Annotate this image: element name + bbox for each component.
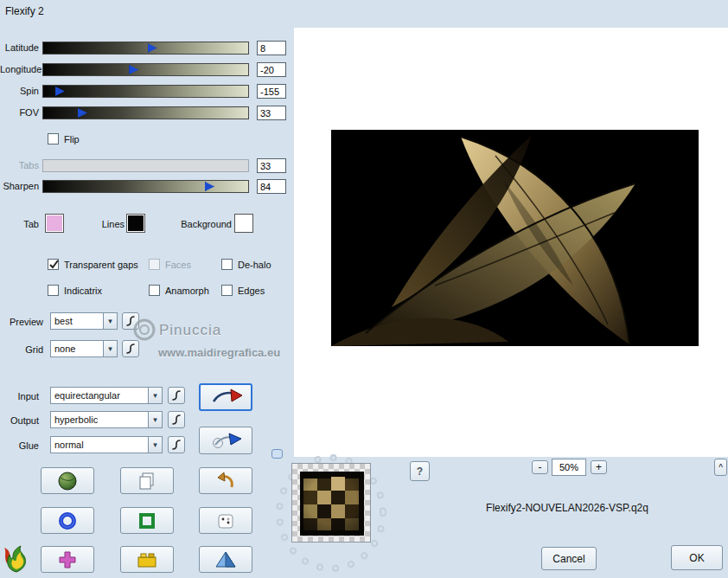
flip-checkbox[interactable]: Flip xyxy=(48,133,80,144)
tabs-slider xyxy=(42,159,249,172)
green-square-icon xyxy=(137,511,157,531)
background-color-label: Background xyxy=(171,218,232,231)
fov-value-input[interactable] xyxy=(257,106,286,120)
dice-button[interactable] xyxy=(199,507,252,534)
squiggle-icon xyxy=(125,343,137,355)
squiggle-icon xyxy=(125,315,137,327)
chevron-down-icon[interactable]: ▾ xyxy=(148,412,162,427)
latitude-label: Latitude xyxy=(0,42,39,53)
copy-icon xyxy=(137,471,157,491)
fov-slider[interactable] xyxy=(42,106,249,119)
edges-checkbox[interactable]: Edges xyxy=(221,285,265,296)
collapse-button[interactable]: ^ xyxy=(714,459,727,476)
zoom-in-button[interactable]: + xyxy=(591,460,607,474)
square-button[interactable] xyxy=(120,507,174,534)
output-select[interactable]: hyperbolic ▾ xyxy=(50,411,163,428)
filename-label: Flexify2-NOUVELAN2026-VSP.q2q xyxy=(432,502,702,514)
indicatrix-label: Indicatrix xyxy=(64,286,102,296)
globe-icon xyxy=(56,471,79,491)
sharpen-label: Sharpen xyxy=(0,181,39,191)
help-button[interactable]: ? xyxy=(410,461,430,481)
preview-select[interactable]: best ▾ xyxy=(50,312,118,330)
lego-brick-icon xyxy=(136,549,158,570)
copy-button[interactable] xyxy=(120,467,174,494)
spin-value-input[interactable] xyxy=(257,84,286,99)
flame-logo-icon xyxy=(2,544,31,575)
spin-slider-marker[interactable] xyxy=(55,87,65,96)
input-label: Input xyxy=(0,390,39,403)
plus-button[interactable] xyxy=(41,546,94,573)
zoom-level-input[interactable] xyxy=(552,459,586,476)
tab-color-label: Tab xyxy=(0,218,39,231)
faces-label: Faces xyxy=(165,260,191,270)
ring-button[interactable] xyxy=(41,507,94,534)
cancel-button[interactable]: Cancel xyxy=(541,547,597,570)
squiggle-icon xyxy=(170,414,182,426)
glue-random-button[interactable] xyxy=(168,436,185,453)
fov-slider-marker[interactable] xyxy=(78,108,87,118)
pink-cross-icon xyxy=(57,549,78,570)
indicatrix-checkbox[interactable]: Indicatrix xyxy=(48,285,102,296)
output-label: Output xyxy=(0,414,39,427)
pyramid-icon xyxy=(214,549,237,570)
flip-label: Flip xyxy=(64,134,80,144)
flexify-dialog: { "title": "Flexify 2", "ui": { "dropdow… xyxy=(0,0,728,578)
chevron-down-icon[interactable]: ▾ xyxy=(103,313,117,329)
lego-button[interactable] xyxy=(120,546,174,573)
grid-select[interactable]: none ▾ xyxy=(50,340,118,357)
longitude-label: Longitude xyxy=(0,64,39,74)
sharpen-slider[interactable] xyxy=(42,180,249,193)
chevron-down-icon[interactable]: ▾ xyxy=(148,437,162,453)
sharpen-slider-marker[interactable] xyxy=(205,182,214,191)
edges-label: Edges xyxy=(238,286,265,296)
undo-button[interactable] xyxy=(199,467,252,494)
globe-button[interactable] xyxy=(41,467,94,494)
input-random-button[interactable] xyxy=(168,387,185,404)
longitude-slider[interactable] xyxy=(42,63,249,76)
sharpen-value-input[interactable] xyxy=(257,179,286,194)
apply-button[interactable] xyxy=(199,383,252,411)
preview-image xyxy=(331,130,699,346)
undo-arrow-icon xyxy=(214,471,237,491)
latitude-value-input[interactable] xyxy=(257,41,286,55)
apply-alt-button[interactable] xyxy=(199,427,252,454)
tabs-value-input[interactable] xyxy=(257,158,286,173)
spin-slider[interactable] xyxy=(42,85,249,98)
dialog-title: Flexify 2 xyxy=(5,5,44,17)
background-color-swatch[interactable] xyxy=(234,214,253,233)
de-halo-checkbox[interactable]: De-halo xyxy=(221,259,271,270)
chevron-down-icon[interactable]: ▾ xyxy=(148,388,162,403)
latitude-slider-marker[interactable] xyxy=(148,43,157,53)
tab-color-swatch[interactable] xyxy=(45,214,64,233)
chevron-down-icon[interactable]: ▾ xyxy=(103,341,117,356)
preview-random-button[interactable] xyxy=(122,312,139,330)
output-random-button[interactable] xyxy=(168,411,185,428)
lines-color-label: Lines xyxy=(90,218,125,231)
latitude-slider[interactable] xyxy=(42,42,249,55)
faces-checkbox: Faces xyxy=(149,259,191,270)
glue-label: Glue xyxy=(0,440,39,453)
longitude-value-input[interactable] xyxy=(257,62,286,77)
blue-arrow-icon xyxy=(208,431,243,450)
spin-label: Spin xyxy=(0,86,39,96)
pyramid-button[interactable] xyxy=(199,546,252,573)
squiggle-icon xyxy=(170,389,182,401)
input-select[interactable]: equirectangular ▾ xyxy=(50,387,163,404)
lines-color-swatch[interactable] xyxy=(126,214,145,233)
grid-label: Grid xyxy=(0,344,43,356)
flip-checkbox-box[interactable] xyxy=(48,133,59,144)
transparent-gaps-checkbox[interactable]: Transparent gaps xyxy=(48,259,138,270)
anamorph-checkbox[interactable]: Anamorph xyxy=(149,285,209,296)
check-icon xyxy=(48,259,60,270)
zoom-out-button[interactable]: - xyxy=(532,460,548,474)
glue-select[interactable]: normal ▾ xyxy=(50,436,163,453)
dice-icon xyxy=(215,511,236,531)
settings-thumbnail[interactable] xyxy=(291,463,371,543)
anamorph-label: Anamorph xyxy=(165,286,209,296)
fov-label: FOV xyxy=(0,107,39,118)
ok-button[interactable]: OK xyxy=(671,545,723,570)
watermark-name: Pinuccia xyxy=(159,322,221,339)
red-arrow-icon xyxy=(208,388,243,407)
longitude-slider-marker[interactable] xyxy=(129,65,138,74)
grid-random-button[interactable] xyxy=(122,340,139,357)
